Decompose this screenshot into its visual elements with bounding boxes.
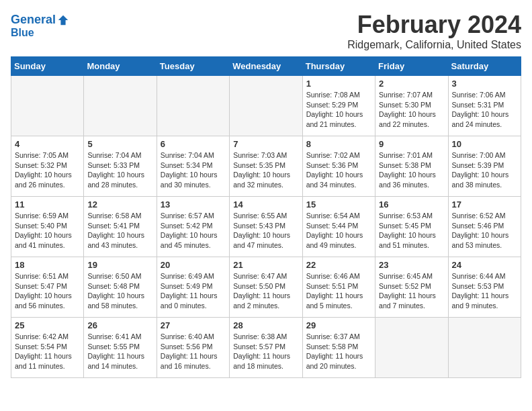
day-info: Sunrise: 7:04 AMSunset: 5:33 PMDaylight:… bbox=[87, 150, 152, 190]
calendar-cell: 13Sunrise: 6:57 AMSunset: 5:42 PMDayligh… bbox=[157, 197, 229, 257]
day-number: 24 bbox=[452, 260, 517, 270]
calendar-cell: 25Sunrise: 6:42 AMSunset: 5:54 PMDayligh… bbox=[11, 318, 84, 378]
day-number: 1 bbox=[306, 79, 371, 89]
calendar-cell: 15Sunrise: 6:54 AMSunset: 5:44 PMDayligh… bbox=[302, 197, 375, 257]
day-number: 17 bbox=[452, 199, 517, 210]
calendar-table: SundayMondayTuesdayWednesdayThursdayFrid… bbox=[11, 56, 521, 378]
calendar-cell: 24Sunrise: 6:44 AMSunset: 5:53 PMDayligh… bbox=[448, 257, 521, 318]
calendar-cell: 1Sunrise: 7:08 AMSunset: 5:29 PMDaylight… bbox=[302, 76, 375, 136]
day-number: 22 bbox=[306, 260, 371, 270]
calendar-title: February 2024 bbox=[347, 11, 521, 39]
logo-text: General bbox=[11, 13, 56, 27]
day-info: Sunrise: 6:40 AMSunset: 5:56 PMDaylight:… bbox=[161, 332, 226, 371]
day-info: Sunrise: 7:03 AMSunset: 5:35 PMDaylight:… bbox=[233, 150, 298, 190]
day-info: Sunrise: 6:47 AMSunset: 5:50 PMDaylight:… bbox=[233, 271, 298, 311]
calendar-cell: 8Sunrise: 7:02 AMSunset: 5:36 PMDaylight… bbox=[302, 136, 375, 197]
weekday-header: Sunday bbox=[11, 57, 84, 76]
day-number: 2 bbox=[379, 79, 444, 89]
day-info: Sunrise: 6:58 AMSunset: 5:41 PMDaylight:… bbox=[87, 211, 152, 250]
logo-icon bbox=[57, 14, 69, 26]
calendar-cell: 14Sunrise: 6:55 AMSunset: 5:43 PMDayligh… bbox=[230, 197, 302, 257]
day-number: 27 bbox=[161, 320, 226, 330]
day-info: Sunrise: 6:54 AMSunset: 5:44 PMDaylight:… bbox=[306, 211, 371, 250]
calendar-cell: 17Sunrise: 6:52 AMSunset: 5:46 PMDayligh… bbox=[448, 197, 521, 257]
calendar-body: 1Sunrise: 7:08 AMSunset: 5:29 PMDaylight… bbox=[11, 76, 521, 378]
day-info: Sunrise: 6:38 AMSunset: 5:57 PMDaylight:… bbox=[233, 332, 298, 371]
day-number: 12 bbox=[87, 199, 152, 210]
weekday-header: Tuesday bbox=[157, 57, 229, 76]
calendar-cell: 18Sunrise: 6:51 AMSunset: 5:47 PMDayligh… bbox=[11, 257, 84, 318]
day-number: 26 bbox=[87, 320, 152, 330]
calendar-cell: 11Sunrise: 6:59 AMSunset: 5:40 PMDayligh… bbox=[11, 197, 84, 257]
day-number: 29 bbox=[306, 320, 371, 330]
calendar-cell: 29Sunrise: 6:37 AMSunset: 5:58 PMDayligh… bbox=[302, 318, 375, 378]
calendar-cell: 16Sunrise: 6:53 AMSunset: 5:45 PMDayligh… bbox=[375, 197, 448, 257]
weekday-header: Wednesday bbox=[230, 57, 302, 76]
day-info: Sunrise: 6:59 AMSunset: 5:40 PMDaylight:… bbox=[15, 211, 80, 250]
day-number: 14 bbox=[233, 199, 298, 210]
day-number: 16 bbox=[379, 199, 444, 210]
day-info: Sunrise: 7:07 AMSunset: 5:30 PMDaylight:… bbox=[379, 90, 444, 130]
day-number: 18 bbox=[15, 260, 80, 270]
weekday-header: Saturday bbox=[448, 57, 521, 76]
day-info: Sunrise: 6:50 AMSunset: 5:48 PMDaylight:… bbox=[87, 271, 152, 311]
day-info: Sunrise: 6:46 AMSunset: 5:51 PMDaylight:… bbox=[306, 271, 371, 311]
calendar-week-row: 25Sunrise: 6:42 AMSunset: 5:54 PMDayligh… bbox=[11, 318, 521, 378]
calendar-cell: 27Sunrise: 6:40 AMSunset: 5:56 PMDayligh… bbox=[157, 318, 229, 378]
calendar-cell: 21Sunrise: 6:47 AMSunset: 5:50 PMDayligh… bbox=[230, 257, 302, 318]
calendar-subtitle: Ridgemark, California, United States bbox=[347, 39, 521, 51]
calendar-week-row: 4Sunrise: 7:05 AMSunset: 5:32 PMDaylight… bbox=[11, 136, 521, 197]
day-number: 4 bbox=[15, 139, 80, 149]
day-number: 19 bbox=[87, 260, 152, 270]
calendar-cell: 3Sunrise: 7:06 AMSunset: 5:31 PMDaylight… bbox=[448, 76, 521, 136]
day-number: 21 bbox=[233, 260, 298, 270]
calendar-cell: 20Sunrise: 6:49 AMSunset: 5:49 PMDayligh… bbox=[157, 257, 229, 318]
calendar-cell: 23Sunrise: 6:45 AMSunset: 5:52 PMDayligh… bbox=[375, 257, 448, 318]
calendar-header-row: SundayMondayTuesdayWednesdayThursdayFrid… bbox=[11, 57, 521, 76]
calendar-week-row: 18Sunrise: 6:51 AMSunset: 5:47 PMDayligh… bbox=[11, 257, 521, 318]
day-info: Sunrise: 6:41 AMSunset: 5:55 PMDaylight:… bbox=[87, 332, 152, 371]
day-info: Sunrise: 6:51 AMSunset: 5:47 PMDaylight:… bbox=[15, 271, 80, 311]
day-number: 13 bbox=[161, 199, 226, 210]
calendar-cell: 22Sunrise: 6:46 AMSunset: 5:51 PMDayligh… bbox=[302, 257, 375, 318]
weekday-header: Monday bbox=[84, 57, 157, 76]
day-info: Sunrise: 6:57 AMSunset: 5:42 PMDaylight:… bbox=[161, 211, 226, 250]
day-number: 11 bbox=[15, 199, 80, 210]
day-info: Sunrise: 7:05 AMSunset: 5:32 PMDaylight:… bbox=[15, 150, 80, 190]
day-info: Sunrise: 7:02 AMSunset: 5:36 PMDaylight:… bbox=[306, 150, 371, 190]
calendar-cell: 7Sunrise: 7:03 AMSunset: 5:35 PMDaylight… bbox=[230, 136, 302, 197]
day-number: 3 bbox=[452, 79, 517, 89]
logo-text-blue: Blue bbox=[11, 27, 69, 39]
calendar-cell bbox=[230, 76, 302, 136]
weekday-header: Friday bbox=[375, 57, 448, 76]
calendar-cell bbox=[448, 318, 521, 378]
calendar-week-row: 11Sunrise: 6:59 AMSunset: 5:40 PMDayligh… bbox=[11, 197, 521, 257]
day-info: Sunrise: 6:49 AMSunset: 5:49 PMDaylight:… bbox=[161, 271, 226, 311]
day-number: 6 bbox=[161, 139, 226, 149]
header: General Blue February 2024 Ridgemark, Ca… bbox=[11, 11, 521, 51]
calendar-cell: 19Sunrise: 6:50 AMSunset: 5:48 PMDayligh… bbox=[84, 257, 157, 318]
day-number: 23 bbox=[379, 260, 444, 270]
day-number: 25 bbox=[15, 320, 80, 330]
calendar-cell: 12Sunrise: 6:58 AMSunset: 5:41 PMDayligh… bbox=[84, 197, 157, 257]
calendar-cell bbox=[84, 76, 157, 136]
day-info: Sunrise: 6:53 AMSunset: 5:45 PMDaylight:… bbox=[379, 211, 444, 250]
day-info: Sunrise: 7:01 AMSunset: 5:38 PMDaylight:… bbox=[379, 150, 444, 190]
day-info: Sunrise: 7:08 AMSunset: 5:29 PMDaylight:… bbox=[306, 90, 371, 130]
calendar-week-row: 1Sunrise: 7:08 AMSunset: 5:29 PMDaylight… bbox=[11, 76, 521, 136]
logo: General Blue bbox=[11, 13, 69, 38]
calendar-cell: 26Sunrise: 6:41 AMSunset: 5:55 PMDayligh… bbox=[84, 318, 157, 378]
calendar-cell: 6Sunrise: 7:04 AMSunset: 5:34 PMDaylight… bbox=[157, 136, 229, 197]
day-number: 7 bbox=[233, 139, 298, 149]
day-info: Sunrise: 7:06 AMSunset: 5:31 PMDaylight:… bbox=[452, 90, 517, 130]
day-number: 5 bbox=[87, 139, 152, 149]
day-info: Sunrise: 6:52 AMSunset: 5:46 PMDaylight:… bbox=[452, 211, 517, 250]
title-area: February 2024 Ridgemark, California, Uni… bbox=[347, 11, 521, 51]
day-info: Sunrise: 7:04 AMSunset: 5:34 PMDaylight:… bbox=[161, 150, 226, 190]
day-info: Sunrise: 6:55 AMSunset: 5:43 PMDaylight:… bbox=[233, 211, 298, 250]
calendar-cell: 5Sunrise: 7:04 AMSunset: 5:33 PMDaylight… bbox=[84, 136, 157, 197]
calendar-cell bbox=[157, 76, 229, 136]
day-number: 20 bbox=[161, 260, 226, 270]
calendar-cell: 4Sunrise: 7:05 AMSunset: 5:32 PMDaylight… bbox=[11, 136, 84, 197]
day-info: Sunrise: 6:42 AMSunset: 5:54 PMDaylight:… bbox=[15, 332, 80, 371]
